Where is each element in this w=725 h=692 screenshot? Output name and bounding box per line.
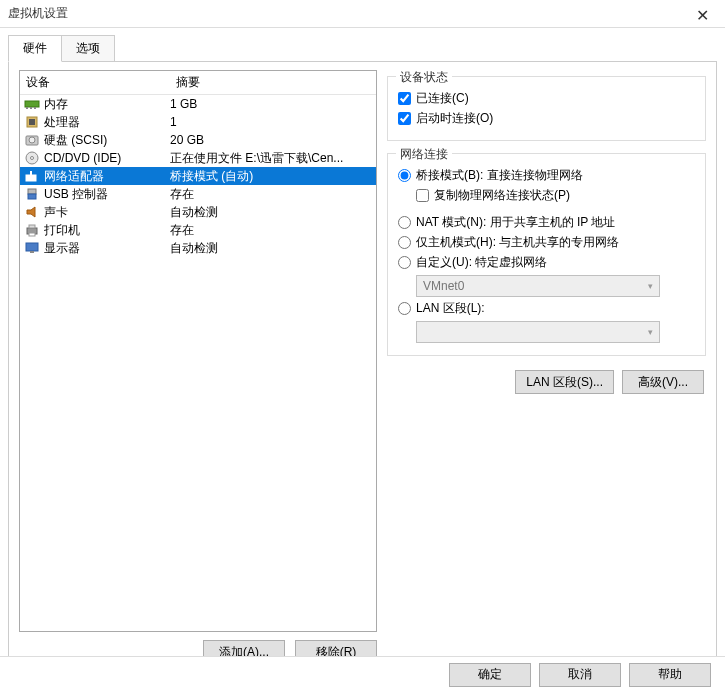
device-name: 显示器 bbox=[44, 240, 170, 257]
right-button-row: LAN 区段(S)... 高级(V)... bbox=[387, 370, 706, 394]
list-item[interactable]: CD/DVD (IDE)正在使用文件 E:\迅雷下载\Cen... bbox=[20, 149, 376, 167]
cpu-icon bbox=[24, 114, 40, 130]
svg-rect-17 bbox=[29, 233, 35, 236]
radio-hostonly[interactable]: 仅主机模式(H): 与主机共享的专用网络 bbox=[398, 234, 695, 251]
group-network-connection: 网络连接 桥接模式(B): 直接连接物理网络 复制物理网络连接状态(P) NAT… bbox=[387, 153, 706, 356]
col-summary[interactable]: 摘要 bbox=[170, 71, 376, 95]
dialog-footer: 确定 取消 帮助 bbox=[0, 656, 725, 692]
tab-hardware[interactable]: 硬件 bbox=[8, 35, 62, 62]
lan-segments-button[interactable]: LAN 区段(S)... bbox=[515, 370, 614, 394]
checkbox-connected-input[interactable] bbox=[398, 92, 411, 105]
radio-bridged-input[interactable] bbox=[398, 169, 411, 182]
svg-rect-10 bbox=[26, 175, 36, 181]
device-list[interactable]: 设备 摘要 内存1 GB处理器1硬盘 (SCSI)20 GBCD/DVD (ID… bbox=[19, 70, 377, 632]
list-item[interactable]: 显示器自动检测 bbox=[20, 239, 376, 257]
device-summary: 存在 bbox=[170, 222, 372, 239]
svg-rect-19 bbox=[30, 251, 34, 253]
device-summary: 存在 bbox=[170, 186, 372, 203]
list-item[interactable]: 内存1 GB bbox=[20, 95, 376, 113]
lan-segment-select: ▾ bbox=[416, 321, 660, 343]
svg-rect-1 bbox=[26, 107, 28, 109]
device-name: 处理器 bbox=[44, 114, 170, 131]
device-name: USB 控制器 bbox=[44, 186, 170, 203]
list-header: 设备 摘要 bbox=[20, 71, 376, 95]
network-legend: 网络连接 bbox=[396, 146, 452, 163]
chevron-down-icon: ▾ bbox=[648, 327, 653, 337]
svg-rect-0 bbox=[25, 101, 39, 107]
title-bar: 虚拟机设置 ✕ bbox=[0, 0, 725, 28]
net-icon bbox=[24, 168, 40, 184]
help-button[interactable]: 帮助 bbox=[629, 663, 711, 687]
svg-rect-12 bbox=[28, 189, 36, 194]
device-summary: 20 GB bbox=[170, 133, 372, 147]
svg-rect-13 bbox=[28, 194, 36, 199]
device-summary: 1 GB bbox=[170, 97, 372, 111]
list-item[interactable]: 声卡自动检测 bbox=[20, 203, 376, 221]
radio-nat-input[interactable] bbox=[398, 216, 411, 229]
device-name: 硬盘 (SCSI) bbox=[44, 132, 170, 149]
svg-point-7 bbox=[29, 137, 35, 143]
device-summary: 自动检测 bbox=[170, 240, 372, 257]
radio-nat[interactable]: NAT 模式(N): 用于共享主机的 IP 地址 bbox=[398, 214, 695, 231]
settings-pane: 设备状态 已连接(C) 启动时连接(O) 网络连接 桥接模式(B): 直接连接物… bbox=[387, 70, 706, 664]
checkbox-connect-on-poweron-input[interactable] bbox=[398, 112, 411, 125]
svg-point-9 bbox=[31, 157, 34, 160]
tab-options-label: 选项 bbox=[76, 41, 100, 55]
checkbox-connect-on-poweron[interactable]: 启动时连接(O) bbox=[398, 110, 695, 127]
usb-icon bbox=[24, 186, 40, 202]
svg-rect-2 bbox=[30, 107, 32, 109]
device-summary: 1 bbox=[170, 115, 372, 129]
radio-custom-input[interactable] bbox=[398, 256, 411, 269]
svg-rect-11 bbox=[30, 171, 32, 175]
device-name: CD/DVD (IDE) bbox=[44, 151, 170, 165]
tab-options[interactable]: 选项 bbox=[62, 35, 115, 62]
svg-rect-16 bbox=[29, 225, 35, 228]
list-item[interactable]: 硬盘 (SCSI)20 GB bbox=[20, 131, 376, 149]
close-icon[interactable]: ✕ bbox=[690, 4, 715, 27]
list-item[interactable]: 处理器1 bbox=[20, 113, 376, 131]
radio-bridged[interactable]: 桥接模式(B): 直接连接物理网络 bbox=[398, 167, 695, 184]
device-summary: 自动检测 bbox=[170, 204, 372, 221]
device-name: 内存 bbox=[44, 96, 170, 113]
col-device[interactable]: 设备 bbox=[20, 71, 170, 95]
advanced-button[interactable]: 高级(V)... bbox=[622, 370, 704, 394]
tab-panel: 设备 摘要 内存1 GB处理器1硬盘 (SCSI)20 GBCD/DVD (ID… bbox=[8, 61, 717, 675]
checkbox-replicate-state[interactable]: 复制物理网络连接状态(P) bbox=[416, 187, 695, 204]
radio-custom[interactable]: 自定义(U): 特定虚拟网络 bbox=[398, 254, 695, 271]
chevron-down-icon: ▾ bbox=[648, 281, 653, 291]
device-name: 声卡 bbox=[44, 204, 170, 221]
device-name: 打印机 bbox=[44, 222, 170, 239]
radio-hostonly-input[interactable] bbox=[398, 236, 411, 249]
tab-strip: 硬件 选项 bbox=[0, 28, 725, 61]
list-item[interactable]: USB 控制器存在 bbox=[20, 185, 376, 203]
hdd-icon bbox=[24, 132, 40, 148]
display-icon bbox=[24, 240, 40, 256]
cancel-button[interactable]: 取消 bbox=[539, 663, 621, 687]
checkbox-connected[interactable]: 已连接(C) bbox=[398, 90, 695, 107]
group-device-state: 设备状态 已连接(C) 启动时连接(O) bbox=[387, 76, 706, 141]
printer-icon bbox=[24, 222, 40, 238]
device-name: 网络适配器 bbox=[44, 168, 170, 185]
list-item[interactable]: 打印机存在 bbox=[20, 221, 376, 239]
memory-icon bbox=[24, 96, 40, 112]
checkbox-replicate-input[interactable] bbox=[416, 189, 429, 202]
svg-marker-14 bbox=[27, 207, 35, 217]
svg-rect-18 bbox=[26, 243, 38, 251]
svg-rect-3 bbox=[34, 107, 36, 109]
tab-hardware-label: 硬件 bbox=[23, 41, 47, 55]
radio-lan-segment-input[interactable] bbox=[398, 302, 411, 315]
cd-icon bbox=[24, 150, 40, 166]
sound-icon bbox=[24, 204, 40, 220]
ok-button[interactable]: 确定 bbox=[449, 663, 531, 687]
device-pane: 设备 摘要 内存1 GB处理器1硬盘 (SCSI)20 GBCD/DVD (ID… bbox=[19, 70, 377, 664]
custom-vmnet-select: VMnet0 ▾ bbox=[416, 275, 660, 297]
svg-rect-5 bbox=[29, 119, 35, 125]
device-summary: 桥接模式 (自动) bbox=[170, 168, 372, 185]
device-summary: 正在使用文件 E:\迅雷下载\Cen... bbox=[170, 150, 372, 167]
radio-lan-segment[interactable]: LAN 区段(L): bbox=[398, 300, 695, 317]
window-title: 虚拟机设置 bbox=[8, 5, 68, 22]
device-state-legend: 设备状态 bbox=[396, 69, 452, 86]
list-item[interactable]: 网络适配器桥接模式 (自动) bbox=[20, 167, 376, 185]
